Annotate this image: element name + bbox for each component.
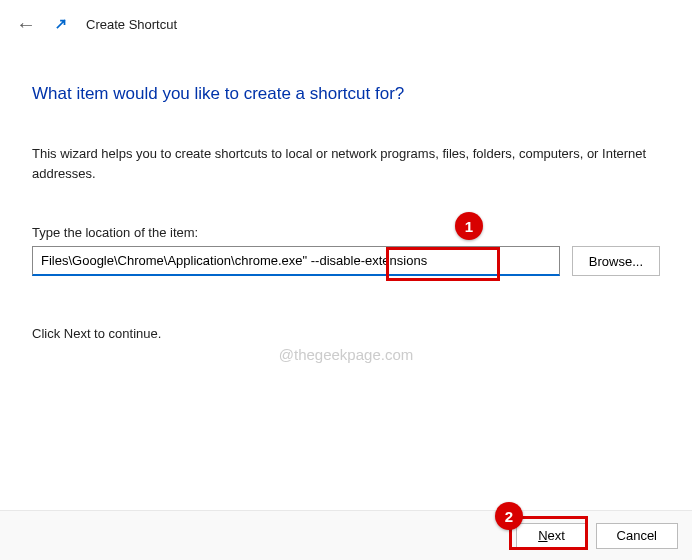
wizard-content: What item would you like to create a sho… (0, 42, 692, 341)
browse-button[interactable]: Browse... (572, 246, 660, 276)
watermark-text: @thegeekpage.com (279, 346, 413, 363)
next-button[interactable]: Next (516, 523, 588, 549)
window-title: Create Shortcut (86, 17, 177, 32)
location-label: Type the location of the item: (32, 225, 660, 240)
wizard-footer: Next Cancel (0, 510, 692, 560)
location-input[interactable] (32, 246, 560, 276)
wizard-header: ← Create Shortcut (0, 0, 692, 42)
shortcut-icon (54, 17, 68, 31)
back-arrow-icon[interactable]: ← (16, 14, 36, 34)
cancel-button[interactable]: Cancel (596, 523, 678, 549)
continue-hint: Click Next to continue. (32, 326, 660, 341)
page-heading: What item would you like to create a sho… (32, 84, 660, 104)
wizard-description: This wizard helps you to create shortcut… (32, 144, 660, 183)
location-input-row: Browse... (32, 246, 660, 276)
